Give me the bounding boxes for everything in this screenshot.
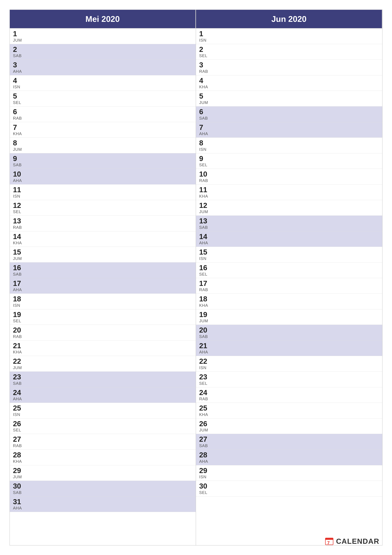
day-name: SAB: [13, 53, 192, 58]
day-number: 10: [13, 170, 192, 178]
day-name: KHA: [199, 85, 379, 89]
page: Mei 20201JUM2SAB3AHA4ISN5SEL6RAB7KHA8JUM…: [0, 0, 392, 555]
day-name: SEL: [199, 53, 379, 58]
day-number: 10: [199, 170, 379, 178]
month-col-1: Jun 20201ISN2SEL3RAB4KHA5JUM6SAB7AHA8ISN…: [196, 10, 382, 545]
day-name: SAB: [199, 116, 379, 121]
day-number: 31: [13, 498, 192, 506]
day-name: JUM: [199, 428, 379, 432]
day-name: KHA: [13, 131, 192, 136]
day-number: 9: [13, 154, 192, 163]
day-row: 23SEL: [196, 372, 382, 387]
day-name: RAB: [199, 396, 379, 401]
day-row: 28AHA: [196, 450, 382, 465]
day-row: 21KHA: [10, 340, 196, 356]
day-row: 23SAB: [10, 372, 196, 387]
day-row: 6RAB: [10, 106, 196, 122]
day-row: 17RAB: [196, 278, 382, 294]
day-number: 16: [13, 264, 192, 272]
day-row: 18KHA: [196, 294, 382, 309]
day-number: 2: [199, 45, 379, 53]
day-row: 19JUM: [196, 309, 382, 325]
day-name: SAB: [199, 225, 379, 230]
day-row: 1ISN: [196, 29, 382, 44]
day-number: 23: [199, 373, 379, 381]
day-number: 26: [199, 420, 379, 428]
day-number: 14: [13, 233, 192, 241]
day-row: 3RAB: [196, 60, 382, 75]
day-number: 3: [199, 61, 379, 69]
day-number: 29: [13, 467, 192, 475]
day-number: 26: [13, 420, 192, 428]
day-row: 27SAB: [196, 434, 382, 450]
day-name: ISN: [13, 303, 192, 308]
day-name: ISN: [199, 256, 379, 261]
day-row: 16SAB: [10, 263, 196, 278]
day-name: SAB: [199, 334, 379, 339]
day-name: AHA: [199, 459, 379, 464]
day-row: 12JUM: [196, 200, 382, 216]
day-row: 9SAB: [10, 153, 196, 169]
day-row: 22ISN: [196, 356, 382, 372]
day-row: 15ISN: [196, 247, 382, 263]
day-number: 15: [13, 248, 192, 256]
day-row: 28KHA: [10, 450, 196, 465]
calendar-logo: 7 CALENDAR: [325, 537, 379, 546]
day-row: 7KHA: [10, 122, 196, 138]
day-number: 12: [13, 201, 192, 210]
day-name: RAB: [13, 443, 192, 448]
brand-name: CALENDAR: [336, 537, 379, 546]
day-number: 21: [199, 342, 379, 350]
day-number: 30: [199, 482, 379, 490]
day-name: AHA: [13, 69, 192, 74]
day-number: 29: [199, 467, 379, 475]
day-number: 30: [13, 482, 192, 490]
day-number: 15: [199, 248, 379, 256]
day-name: AHA: [13, 396, 192, 401]
day-name: JUM: [13, 365, 192, 370]
day-row: 12SEL: [10, 200, 196, 216]
day-name: KHA: [13, 350, 192, 355]
day-name: KHA: [199, 303, 379, 308]
day-name: RAB: [13, 116, 192, 121]
day-row: 18ISN: [10, 294, 196, 309]
footer: 7 CALENDAR: [325, 537, 379, 546]
day-row: 25ISN: [10, 403, 196, 418]
day-number: 25: [199, 404, 379, 412]
day-name: RAB: [199, 69, 379, 74]
day-row: 20SAB: [196, 325, 382, 340]
day-row: 1JUM: [10, 29, 196, 44]
day-number: 1: [13, 30, 192, 38]
day-name: RAB: [13, 225, 192, 230]
day-number: 13: [13, 217, 192, 225]
day-row: 13SAB: [196, 216, 382, 231]
day-name: ISN: [13, 85, 192, 89]
day-number: 11: [13, 186, 192, 194]
day-name: JUM: [199, 319, 379, 323]
svg-text:7: 7: [327, 540, 330, 545]
day-number: 21: [13, 342, 192, 350]
day-name: JUM: [199, 209, 379, 214]
day-number: 3: [13, 61, 192, 69]
calendar-icon: 7: [325, 537, 334, 546]
day-name: SAB: [13, 490, 192, 495]
day-number: 17: [199, 279, 379, 287]
day-number: 1: [199, 30, 379, 38]
day-name: ISN: [13, 412, 192, 417]
day-name: KHA: [13, 241, 192, 245]
day-number: 8: [13, 139, 192, 147]
day-name: KHA: [199, 412, 379, 417]
day-row: 29JUM: [10, 465, 196, 481]
day-name: AHA: [199, 350, 379, 355]
day-number: 22: [13, 357, 192, 365]
day-name: SEL: [13, 319, 192, 323]
day-row: 26JUM: [196, 418, 382, 434]
day-number: 11: [199, 186, 379, 194]
day-name: SEL: [199, 162, 379, 167]
day-name: RAB: [199, 178, 379, 183]
day-row: 16SEL: [196, 263, 382, 278]
day-name: RAB: [199, 287, 379, 292]
day-name: JUM: [13, 256, 192, 261]
day-row: 24RAB: [196, 387, 382, 403]
day-row: 5SEL: [10, 91, 196, 106]
